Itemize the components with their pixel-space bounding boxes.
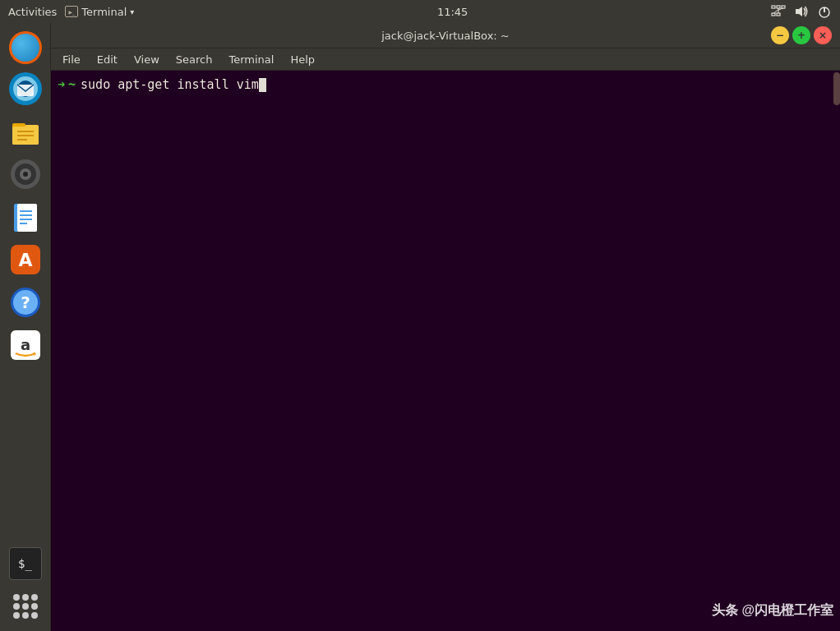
sidebar-item-thunderbird[interactable] [6, 71, 45, 110]
system-bar-center: 11:45 [437, 6, 468, 18]
time-display: 11:45 [437, 6, 468, 18]
dot [22, 594, 29, 601]
menu-help[interactable]: Help [284, 52, 321, 67]
cursor [259, 78, 266, 92]
prompt-arrow: ➜ [58, 76, 65, 94]
maximize-button[interactable]: + [792, 26, 810, 44]
menu-view[interactable]: View [127, 52, 166, 67]
help-icon: ? [9, 286, 42, 322]
svg-line-6 [773, 10, 778, 13]
dot [13, 594, 20, 601]
svg-text:a: a [20, 336, 30, 353]
system-bar: Activities Terminal ▾ 11:45 [0, 0, 840, 23]
sidebar-item-firefox[interactable] [6, 28, 45, 67]
window-controls: − + × [771, 26, 832, 44]
firefox-icon [9, 31, 42, 64]
sidebar-item-terminal[interactable]: $_ [6, 544, 45, 583]
terminal-dock-icon: $_ [9, 547, 42, 580]
sidebar-item-appstore[interactable]: A [6, 242, 45, 281]
thunderbird-icon [9, 72, 42, 108]
menu-file[interactable]: File [56, 52, 87, 67]
svg-point-28 [23, 172, 28, 177]
dot [31, 612, 38, 619]
terminal-window: jack@jack-VirtualBox: ~ − + × File Edit … [51, 23, 840, 631]
terminal-title: jack@jack-VirtualBox: ~ [381, 30, 510, 42]
apps-grid-icon [9, 590, 42, 623]
svg-marker-8 [796, 7, 802, 16]
activities-button[interactable]: Activities [8, 6, 57, 18]
sidebar-dock: A ? a [0, 23, 51, 631]
scroll-indicator [833, 72, 840, 105]
files-icon [9, 115, 42, 151]
appstore-icon: A [9, 243, 42, 279]
svg-text:?: ? [21, 292, 30, 312]
sidebar-item-apps-grid[interactable] [6, 587, 45, 626]
menu-search[interactable]: Search [169, 52, 219, 67]
svg-point-12 [13, 35, 38, 60]
terminal-menubar: File Edit View Search Terminal Help [51, 48, 840, 71]
svg-point-13 [16, 38, 35, 58]
svg-rect-1 [777, 6, 780, 8]
dot [13, 603, 20, 610]
volume-icon[interactable] [794, 5, 809, 18]
command-text: sudo apt-get install vim [81, 76, 259, 94]
dot [31, 594, 38, 601]
sidebar-item-sound[interactable] [6, 156, 45, 196]
svg-point-14 [18, 40, 33, 55]
sidebar-item-help[interactable]: ? [6, 284, 45, 324]
terminal-app-icon [65, 6, 78, 17]
prompt-dir: ~ [68, 76, 76, 94]
svg-point-11 [9, 31, 42, 64]
writer-icon [9, 200, 42, 237]
dot [13, 612, 20, 619]
amazon-icon: a [9, 329, 42, 365]
terminal-app-indicator: Terminal ▾ [65, 6, 134, 18]
dot [22, 612, 29, 619]
grid-dots [13, 594, 38, 619]
network-icon[interactable] [771, 5, 786, 18]
sidebar-item-files[interactable] [6, 113, 45, 153]
close-button[interactable]: × [814, 26, 832, 44]
sidebar-item-amazon[interactable]: a [6, 327, 45, 366]
svg-rect-3 [772, 13, 775, 16]
main-layout: A ? a [0, 23, 840, 631]
terminal-app-label[interactable]: Terminal [81, 6, 127, 18]
terminal-body[interactable]: ➜ ~ sudo apt-get install vim [51, 71, 840, 631]
svg-rect-30 [17, 204, 37, 232]
terminal-titlebar: jack@jack-VirtualBox: ~ − + × [51, 23, 840, 48]
sidebar-item-writer[interactable] [6, 199, 45, 238]
minimize-button[interactable]: − [771, 26, 789, 44]
terminal-command-line: ➜ ~ sudo apt-get install vim [58, 76, 833, 94]
sound-icon [9, 158, 42, 194]
svg-text:A: A [18, 250, 32, 270]
system-bar-left: Activities Terminal ▾ [8, 6, 134, 18]
dot [22, 603, 29, 610]
terminal-prompt-symbol: $_ [18, 557, 32, 570]
menu-edit[interactable]: Edit [90, 52, 124, 67]
terminal-dropdown-arrow[interactable]: ▾ [130, 7, 134, 16]
dot [31, 603, 38, 610]
svg-rect-2 [782, 6, 785, 8]
system-bar-right [771, 5, 832, 18]
menu-terminal[interactable]: Terminal [222, 52, 280, 67]
svg-rect-4 [777, 13, 780, 16]
power-icon[interactable] [817, 5, 832, 18]
svg-rect-0 [772, 6, 775, 8]
